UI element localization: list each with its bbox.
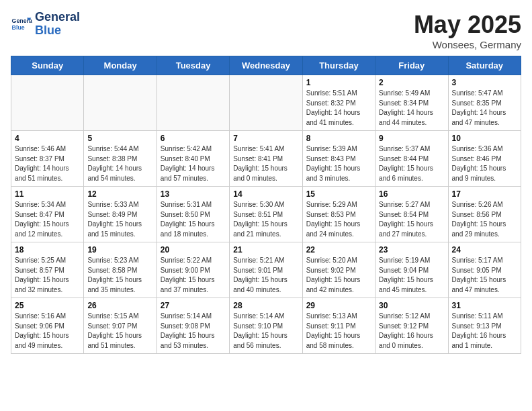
calendar-cell: 22Sunrise: 5:20 AM Sunset: 9:02 PM Dayli… (302, 242, 375, 298)
calendar-cell: 26Sunrise: 5:15 AM Sunset: 9:07 PM Dayli… (84, 298, 157, 354)
calendar-cell: 2Sunrise: 5:49 AM Sunset: 8:34 PM Daylig… (375, 75, 448, 131)
calendar-cell: 17Sunrise: 5:26 AM Sunset: 8:56 PM Dayli… (448, 187, 521, 242)
calendar-week-row: 1Sunrise: 5:51 AM Sunset: 8:32 PM Daylig… (11, 75, 521, 131)
day-detail: Sunrise: 5:20 AM Sunset: 9:02 PM Dayligh… (306, 256, 371, 295)
header: General Blue General Blue May 2025 Wonse… (11, 11, 521, 50)
day-detail: Sunrise: 5:14 AM Sunset: 9:10 PM Dayligh… (233, 312, 298, 351)
day-detail: Sunrise: 5:27 AM Sunset: 8:54 PM Dayligh… (379, 200, 444, 239)
day-detail: Sunrise: 5:49 AM Sunset: 8:34 PM Dayligh… (379, 89, 444, 128)
calendar-cell: 24Sunrise: 5:17 AM Sunset: 9:05 PM Dayli… (448, 242, 521, 298)
day-number: 31 (452, 301, 517, 310)
weekday-header: Monday (84, 56, 157, 75)
day-number: 10 (452, 134, 517, 143)
calendar-week-row: 11Sunrise: 5:34 AM Sunset: 8:47 PM Dayli… (11, 187, 521, 242)
day-number: 21 (233, 245, 298, 255)
day-number: 13 (161, 189, 226, 199)
day-number: 9 (379, 134, 444, 143)
day-number: 30 (379, 301, 444, 310)
day-number: 29 (306, 301, 371, 310)
day-detail: Sunrise: 5:23 AM Sunset: 8:58 PM Dayligh… (87, 256, 152, 295)
day-number: 12 (87, 189, 152, 199)
weekday-header-row: SundayMondayTuesdayWednesdayThursdayFrid… (11, 56, 521, 75)
calendar-cell: 21Sunrise: 5:21 AM Sunset: 9:01 PM Dayli… (230, 242, 302, 298)
calendar-cell (157, 75, 229, 131)
day-number: 23 (379, 245, 444, 255)
calendar-cell: 29Sunrise: 5:13 AM Sunset: 9:11 PM Dayli… (302, 298, 375, 354)
day-number: 20 (161, 245, 226, 255)
day-detail: Sunrise: 5:26 AM Sunset: 8:56 PM Dayligh… (452, 200, 517, 239)
weekday-header: Sunday (11, 56, 84, 75)
day-number: 25 (15, 301, 80, 310)
day-detail: Sunrise: 5:42 AM Sunset: 8:40 PM Dayligh… (161, 144, 226, 183)
day-number: 1 (306, 78, 371, 87)
day-detail: Sunrise: 5:25 AM Sunset: 8:57 PM Dayligh… (15, 256, 80, 295)
calendar-cell: 5Sunrise: 5:44 AM Sunset: 8:38 PM Daylig… (84, 131, 157, 187)
day-number: 14 (233, 189, 298, 199)
weekday-header: Wednesday (230, 56, 302, 75)
day-number: 15 (306, 189, 371, 199)
calendar-cell: 14Sunrise: 5:30 AM Sunset: 8:51 PM Dayli… (230, 187, 302, 242)
day-number: 19 (87, 245, 152, 255)
day-number: 7 (233, 134, 298, 143)
weekday-header: Tuesday (157, 56, 229, 75)
day-number: 22 (306, 245, 371, 255)
calendar-cell: 9Sunrise: 5:37 AM Sunset: 8:44 PM Daylig… (375, 131, 448, 187)
calendar-cell: 1Sunrise: 5:51 AM Sunset: 8:32 PM Daylig… (302, 75, 375, 131)
calendar-week-row: 25Sunrise: 5:16 AM Sunset: 9:06 PM Dayli… (11, 298, 521, 354)
calendar-cell: 6Sunrise: 5:42 AM Sunset: 8:40 PM Daylig… (157, 131, 229, 187)
day-detail: Sunrise: 5:30 AM Sunset: 8:51 PM Dayligh… (233, 200, 298, 239)
day-detail: Sunrise: 5:12 AM Sunset: 9:12 PM Dayligh… (379, 312, 444, 351)
calendar-cell: 8Sunrise: 5:39 AM Sunset: 8:43 PM Daylig… (302, 131, 375, 187)
day-detail: Sunrise: 5:47 AM Sunset: 8:35 PM Dayligh… (452, 89, 517, 128)
calendar-cell: 25Sunrise: 5:16 AM Sunset: 9:06 PM Dayli… (11, 298, 84, 354)
day-number: 18 (15, 245, 80, 255)
day-detail: Sunrise: 5:13 AM Sunset: 9:11 PM Dayligh… (306, 312, 371, 351)
logo-icon: General Blue (11, 13, 32, 35)
day-detail: Sunrise: 5:46 AM Sunset: 8:37 PM Dayligh… (15, 144, 80, 183)
day-number: 11 (15, 189, 80, 199)
day-detail: Sunrise: 5:33 AM Sunset: 8:49 PM Dayligh… (87, 200, 152, 239)
day-number: 3 (452, 78, 517, 87)
day-detail: Sunrise: 5:34 AM Sunset: 8:47 PM Dayligh… (15, 200, 80, 239)
calendar-cell: 11Sunrise: 5:34 AM Sunset: 8:47 PM Dayli… (11, 187, 84, 242)
day-number: 26 (87, 301, 152, 310)
day-detail: Sunrise: 5:36 AM Sunset: 8:46 PM Dayligh… (452, 144, 517, 183)
calendar-cell: 27Sunrise: 5:14 AM Sunset: 9:08 PM Dayli… (157, 298, 229, 354)
day-number: 5 (87, 134, 152, 143)
day-number: 16 (379, 189, 444, 199)
svg-text:Blue: Blue (12, 24, 25, 31)
day-number: 27 (161, 301, 226, 310)
calendar-cell: 7Sunrise: 5:41 AM Sunset: 8:41 PM Daylig… (230, 131, 302, 187)
day-detail: Sunrise: 5:39 AM Sunset: 8:43 PM Dayligh… (306, 144, 371, 183)
calendar-cell (11, 75, 84, 131)
day-detail: Sunrise: 5:44 AM Sunset: 8:38 PM Dayligh… (87, 144, 152, 183)
calendar-cell: 20Sunrise: 5:22 AM Sunset: 9:00 PM Dayli… (157, 242, 229, 298)
calendar-cell: 15Sunrise: 5:29 AM Sunset: 8:53 PM Dayli… (302, 187, 375, 242)
calendar-cell: 31Sunrise: 5:11 AM Sunset: 9:13 PM Dayli… (448, 298, 521, 354)
calendar-cell: 18Sunrise: 5:25 AM Sunset: 8:57 PM Dayli… (11, 242, 84, 298)
title-area: May 2025 Wonsees, Germany (414, 11, 521, 50)
calendar-cell: 16Sunrise: 5:27 AM Sunset: 8:54 PM Dayli… (375, 187, 448, 242)
day-number: 24 (452, 245, 517, 255)
day-detail: Sunrise: 5:16 AM Sunset: 9:06 PM Dayligh… (15, 312, 80, 351)
calendar-cell: 19Sunrise: 5:23 AM Sunset: 8:58 PM Dayli… (84, 242, 157, 298)
calendar-cell: 13Sunrise: 5:31 AM Sunset: 8:50 PM Dayli… (157, 187, 229, 242)
calendar-table: SundayMondayTuesdayWednesdayThursdayFrid… (11, 56, 521, 354)
day-detail: Sunrise: 5:29 AM Sunset: 8:53 PM Dayligh… (306, 200, 371, 239)
calendar-week-row: 18Sunrise: 5:25 AM Sunset: 8:57 PM Dayli… (11, 242, 521, 298)
weekday-header: Friday (375, 56, 448, 75)
calendar-cell: 23Sunrise: 5:19 AM Sunset: 9:04 PM Dayli… (375, 242, 448, 298)
day-detail: Sunrise: 5:31 AM Sunset: 8:50 PM Dayligh… (161, 200, 226, 239)
day-number: 4 (15, 134, 80, 143)
calendar-week-row: 4Sunrise: 5:46 AM Sunset: 8:37 PM Daylig… (11, 131, 521, 187)
logo-text: General Blue (35, 11, 80, 38)
day-number: 6 (161, 134, 226, 143)
day-detail: Sunrise: 5:17 AM Sunset: 9:05 PM Dayligh… (452, 256, 517, 295)
day-detail: Sunrise: 5:22 AM Sunset: 9:00 PM Dayligh… (161, 256, 226, 295)
calendar-cell: 30Sunrise: 5:12 AM Sunset: 9:12 PM Dayli… (375, 298, 448, 354)
day-number: 28 (233, 301, 298, 310)
day-detail: Sunrise: 5:21 AM Sunset: 9:01 PM Dayligh… (233, 256, 298, 295)
day-number: 2 (379, 78, 444, 87)
month-title: May 2025 (414, 11, 521, 39)
weekday-header: Saturday (448, 56, 521, 75)
